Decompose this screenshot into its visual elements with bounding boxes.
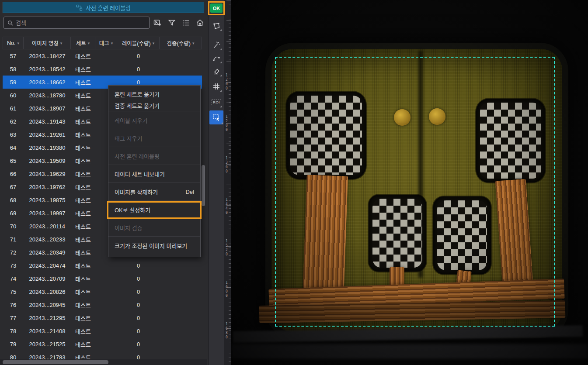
column-header-set[interactable]: 세트 ▾ (71, 37, 95, 49)
cell-no: 70 (3, 223, 24, 230)
cell-no: 59 (3, 79, 24, 86)
cell-set: 테스트 (71, 262, 95, 270)
menu-item[interactable]: OK로 설정하기 (108, 200, 200, 218)
ruler-label: 1520 (225, 239, 228, 257)
pretrain-labeling-button[interactable]: 사전 훈련 레이블링 (3, 2, 204, 13)
menu-item: 이미지 검증 (108, 218, 200, 236)
roi-rectangle[interactable] (275, 57, 555, 327)
cell-no: 60 (3, 92, 24, 99)
cell-name: 20243...19509 (24, 158, 71, 164)
column-header-verify[interactable]: 검증(수량) ▾ (160, 37, 202, 49)
table-row[interactable]: 5720243...18427테스트0 (3, 49, 202, 62)
menu-item[interactable]: 훈련 세트로 옮기기 (108, 88, 200, 100)
cell-labels: 0 (117, 354, 160, 360)
cell-no: 66 (3, 171, 24, 177)
column-header-no[interactable]: No. ▾ (3, 37, 24, 49)
cell-labels: 0 (117, 66, 160, 72)
column-header-image-name[interactable]: 이미지 명칭 ▾ (24, 37, 71, 49)
menu-item[interactable]: 데이터 세트 내보내기 (108, 165, 200, 182)
cell-name: 20243...18907 (24, 105, 71, 112)
horizontal-scrollbar-thumb[interactable] (3, 360, 108, 364)
image-settings-button[interactable] (152, 17, 163, 28)
menu-item: 사전 훈련 레이블링 (108, 147, 200, 165)
cell-no: 74 (3, 275, 24, 282)
cell-no: 58 (3, 66, 24, 72)
rect-select-tool-button[interactable] (209, 110, 223, 124)
image-viewer[interactable] (231, 0, 588, 365)
cell-name: 20243...19997 (24, 210, 71, 217)
table-row[interactable]: 7320243...20474테스트0 (3, 259, 202, 272)
column-header-label: 이미지 명칭 (32, 39, 59, 47)
cell-name: 20243...20945 (24, 302, 71, 308)
table-row[interactable]: 7720243...21295테스트0 (3, 311, 202, 324)
cell-set: 테스트 (71, 144, 95, 152)
menu-item[interactable]: 이미지를 삭제하기Del (108, 182, 200, 200)
cell-labels: 0 (117, 275, 160, 282)
table-row[interactable]: 7920243...21525테스트0 (3, 337, 202, 351)
menu-item[interactable]: 크기가 조정된 이미지 미리보기 (108, 236, 200, 254)
table-row[interactable]: 5820243...18542테스트0 (3, 62, 202, 76)
ok-status-button[interactable]: OK (210, 3, 223, 13)
table-row[interactable]: 8020243...21783테스트0 (3, 351, 202, 359)
column-header-tag[interactable]: 태그 ▾ (95, 37, 117, 49)
cell-set: 테스트 (71, 222, 95, 231)
cell-set: 테스트 (71, 248, 95, 257)
cell-no: 69 (3, 210, 24, 217)
vertical-scrollbar-thumb[interactable] (202, 165, 205, 206)
horizontal-scrollbar[interactable] (0, 359, 207, 365)
cell-set: 테스트 (71, 327, 95, 335)
cell-name: 20243...19261 (24, 131, 71, 138)
cell-set: 테스트 (71, 353, 95, 360)
subtool-corner-icon (220, 75, 222, 76)
polygon-tool-icon (212, 22, 220, 30)
column-filter-icon: ▾ (153, 41, 155, 45)
eraser-tool-button[interactable] (211, 65, 222, 77)
filter-button[interactable] (167, 17, 177, 28)
curve-tool-button[interactable] (211, 52, 222, 64)
table-row[interactable]: 7420243...20709테스트0 (3, 272, 202, 285)
search-box (3, 17, 150, 29)
polygon-tool-button[interactable] (211, 20, 222, 31)
cell-name: 20243...20474 (24, 262, 71, 269)
cell-set: 테스트 (71, 170, 95, 178)
column-header-labels[interactable]: 레이블(수량) ▾ (117, 37, 160, 49)
cell-name: 20243...19380 (24, 145, 71, 151)
grid-icon (212, 83, 220, 90)
cell-labels: 0 (117, 79, 160, 86)
cell-no: 61 (3, 105, 24, 112)
cell-set: 테스트 (71, 301, 95, 309)
search-input[interactable] (16, 20, 146, 26)
table-header: No. ▾ 이미지 명칭 ▾ 세트 ▾ 태그 ▾ 레이블(수량) ▾ 검증(수량… (3, 37, 202, 49)
cell-name: 20243...18662 (24, 79, 71, 86)
roi-tool-button[interactable]: ROI (211, 96, 222, 108)
cell-set: 테스트 (71, 340, 95, 348)
cell-no: 77 (3, 315, 24, 321)
menu-item[interactable]: 검증 세트로 옮기기 (108, 100, 200, 111)
column-header-label: 검증(수량) (167, 39, 191, 47)
magic-wand-tool-button[interactable] (211, 39, 222, 51)
cell-no: 72 (3, 249, 24, 256)
cell-set: 테스트 (71, 288, 95, 296)
list-view-button[interactable] (181, 17, 191, 28)
curve-tool-icon (212, 54, 220, 62)
cell-set: 테스트 (71, 209, 95, 217)
cell-set: 테스트 (71, 131, 95, 139)
table-row[interactable]: 7820243...21408테스트0 (3, 324, 202, 337)
table-row[interactable]: 7620243...20945테스트0 (3, 298, 202, 311)
pretrain-labeling-icon (76, 4, 83, 11)
table-row[interactable]: 7520243...20826테스트0 (3, 285, 202, 298)
home-icon (196, 19, 204, 26)
subtool-corner-icon (220, 90, 222, 92)
grid-tool-button[interactable] (211, 81, 222, 92)
cell-set: 테스트 (71, 235, 95, 244)
vertical-ruler: 1200128013601440152016001680 (224, 0, 231, 365)
home-button[interactable] (195, 17, 205, 28)
cell-no: 71 (3, 236, 24, 243)
cell-labels: 0 (117, 302, 160, 308)
column-header-label: 태그 (99, 39, 109, 47)
subtool-corner-icon (220, 48, 222, 50)
column-header-label: 세트 (76, 39, 86, 47)
cell-name: 20243...20349 (24, 249, 71, 256)
cell-name: 20243...19629 (24, 171, 71, 177)
cell-labels: 0 (117, 289, 160, 295)
